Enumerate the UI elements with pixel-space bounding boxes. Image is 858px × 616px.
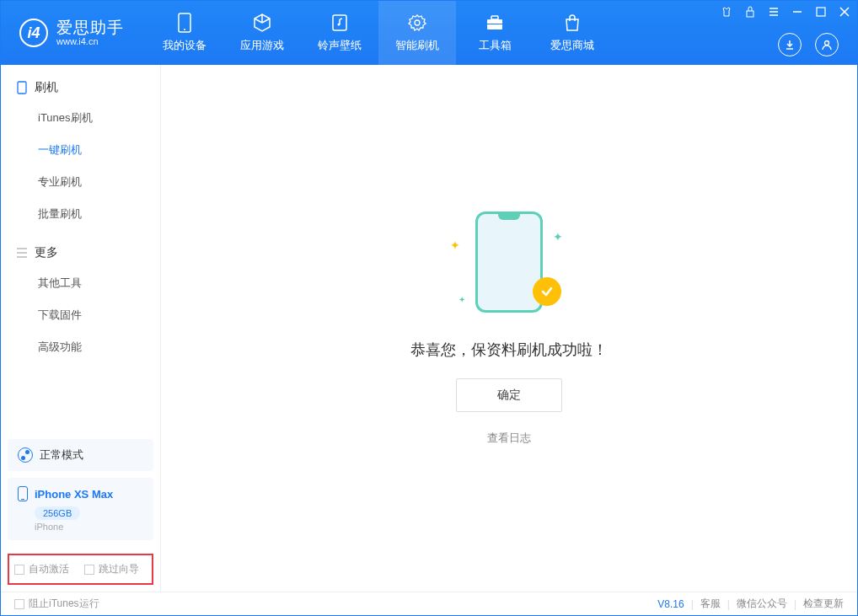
main-content: ✦ ✦ ✦ 恭喜您，保资料刷机成功啦！ 确定 查看日志 xyxy=(161,65,857,592)
briefcase-icon xyxy=(485,13,505,33)
minimize-button[interactable] xyxy=(791,6,803,18)
device-name: iPhone XS Max xyxy=(35,488,113,501)
wechat-link[interactable]: 微信公众号 xyxy=(737,597,787,611)
svg-point-3 xyxy=(338,24,341,26)
tab-apps[interactable]: 应用游戏 xyxy=(223,1,301,65)
mode-status[interactable]: 正常模式 xyxy=(8,439,153,471)
note-icon xyxy=(330,13,350,33)
checkbox-icon xyxy=(14,565,24,575)
sidebar-item-itunes[interactable]: iTunes刷机 xyxy=(1,102,160,134)
device-type: iPhone xyxy=(35,522,143,532)
device-card[interactable]: iPhone XS Max 256GB iPhone xyxy=(8,478,153,540)
checkbox-block-itunes[interactable]: 阻止iTunes运行 xyxy=(14,597,99,611)
sidebar-item-batch[interactable]: 批量刷机 xyxy=(1,198,160,230)
tab-device[interactable]: 我的设备 xyxy=(146,1,223,65)
logo-icon: i4 xyxy=(19,19,48,47)
update-link[interactable]: 检查更新 xyxy=(803,597,844,611)
tab-ring[interactable]: 铃声壁纸 xyxy=(301,1,378,65)
checkbox-skip-setup[interactable]: 跳过向导 xyxy=(84,562,139,576)
check-badge-icon xyxy=(533,277,561,306)
close-button[interactable] xyxy=(839,6,850,18)
sidebar-item-oneclick[interactable]: 一键刷机 xyxy=(1,134,160,166)
success-message: 恭喜您，保资料刷机成功啦！ xyxy=(410,340,608,360)
menu-icon[interactable] xyxy=(768,6,780,18)
checkbox-label: 阻止iTunes运行 xyxy=(29,597,99,611)
sidebar-item-other[interactable]: 其他工具 xyxy=(1,267,160,299)
app-subtitle: www.i4.cn xyxy=(56,36,124,46)
shirt-icon[interactable] xyxy=(721,6,732,18)
checkbox-icon xyxy=(84,565,94,575)
svg-point-4 xyxy=(415,20,420,25)
header-actions xyxy=(778,33,839,56)
tab-flash[interactable]: 智能刷机 xyxy=(378,1,456,65)
svg-rect-6 xyxy=(491,16,498,19)
gear-icon xyxy=(407,13,427,33)
phone-illustration xyxy=(475,212,543,313)
app-body: 刷机 iTunes刷机 一键刷机 专业刷机 批量刷机 更多 其他工具 下载固件 … xyxy=(1,65,857,592)
sparkle-icon: ✦ xyxy=(458,295,465,304)
group-title: 刷机 xyxy=(35,80,58,95)
sidebar-item-advanced[interactable]: 高级功能 xyxy=(1,331,160,363)
sidebar-group-more: 更多 xyxy=(1,230,160,267)
bag-icon xyxy=(562,13,582,33)
svg-rect-9 xyxy=(817,8,825,16)
app-logo: i4 爱思助手 www.i4.cn xyxy=(1,19,137,47)
lock-icon[interactable] xyxy=(744,6,756,18)
tab-label: 铃声壁纸 xyxy=(318,38,362,53)
sidebar-group-flash: 刷机 xyxy=(1,65,160,102)
app-header: i4 爱思助手 www.i4.cn 我的设备 应用游戏 铃声壁纸 xyxy=(1,1,857,65)
app-title: 爱思助手 xyxy=(56,19,124,37)
cube-icon xyxy=(252,13,272,33)
window-controls xyxy=(721,6,850,18)
list-icon xyxy=(16,247,28,259)
svg-rect-8 xyxy=(747,11,753,17)
view-log-link[interactable]: 查看日志 xyxy=(487,431,531,446)
sidebar-item-firmware[interactable]: 下载固件 xyxy=(1,299,160,331)
phone-small-icon xyxy=(16,82,28,94)
svg-rect-7 xyxy=(487,24,502,24)
device-small-icon xyxy=(18,486,28,501)
tab-label: 爱思商城 xyxy=(550,38,594,53)
sparkle-icon: ✦ xyxy=(553,230,563,244)
status-bar: 阻止iTunes运行 V8.16 | 客服 | 微信公众号 | 检查更新 xyxy=(1,592,857,615)
checkbox-label: 自动激活 xyxy=(29,562,69,576)
success-illustration: ✦ ✦ ✦ xyxy=(450,212,568,321)
mode-label: 正常模式 xyxy=(40,447,83,463)
group-title: 更多 xyxy=(35,245,58,260)
maximize-button[interactable] xyxy=(815,6,827,18)
ok-button[interactable]: 确定 xyxy=(456,378,562,412)
tab-label: 工具箱 xyxy=(479,38,512,53)
checkbox-icon xyxy=(14,599,24,609)
tab-toolbox[interactable]: 工具箱 xyxy=(456,1,534,65)
storage-badge: 256GB xyxy=(35,506,80,520)
user-button[interactable] xyxy=(815,33,839,56)
mode-icon xyxy=(18,447,33,463)
svg-point-1 xyxy=(184,29,185,30)
tab-label: 我的设备 xyxy=(163,38,206,53)
checkbox-auto-activate[interactable]: 自动激活 xyxy=(14,562,69,576)
version-label: V8.16 xyxy=(657,598,684,610)
highlighted-options: 自动激活 跳过向导 xyxy=(8,554,153,585)
sidebar: 刷机 iTunes刷机 一键刷机 专业刷机 批量刷机 更多 其他工具 下载固件 … xyxy=(1,65,161,592)
sparkle-icon: ✦ xyxy=(450,238,460,252)
device-icon xyxy=(174,13,195,33)
sidebar-item-pro[interactable]: 专业刷机 xyxy=(1,166,160,198)
tab-store[interactable]: 爱思商城 xyxy=(534,1,611,65)
support-link[interactable]: 客服 xyxy=(700,597,721,611)
tab-label: 智能刷机 xyxy=(395,38,439,53)
svg-point-10 xyxy=(825,41,829,46)
download-button[interactable] xyxy=(778,33,802,56)
checkbox-label: 跳过向导 xyxy=(99,562,139,576)
svg-rect-11 xyxy=(18,82,26,94)
tab-label: 应用游戏 xyxy=(240,38,284,53)
main-tabs: 我的设备 应用游戏 铃声壁纸 智能刷机 工具箱 xyxy=(146,1,611,65)
